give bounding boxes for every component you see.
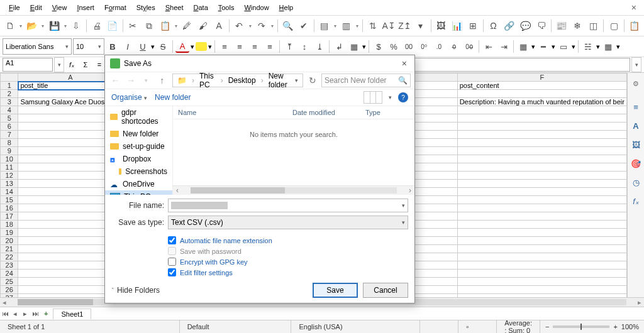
- formula-expand-icon[interactable]: ▾: [631, 57, 641, 72]
- cell[interactable]: [457, 253, 626, 261]
- col-header[interactable]: F: [457, 74, 626, 82]
- dec-remove-icon[interactable]: 0̶: [447, 40, 461, 53]
- opt-filter[interactable]: Edit filter settings: [168, 267, 408, 278]
- list-col-date[interactable]: Date modified: [287, 106, 360, 119]
- cell[interactable]: [457, 155, 626, 163]
- link-icon[interactable]: 🔗: [502, 18, 516, 33]
- cell[interactable]: [457, 245, 626, 253]
- cell[interactable]: [457, 294, 626, 298]
- menu-edit[interactable]: Edit: [25, 3, 47, 13]
- hide-folders-toggle[interactable]: ˄Hide Folders: [111, 286, 160, 295]
- cell[interactable]: [457, 114, 626, 123]
- cell[interactable]: [457, 204, 626, 212]
- breadcrumb-item[interactable]: This PC: [197, 72, 218, 89]
- border-color-icon[interactable]: ▭: [557, 40, 570, 53]
- sidebar-navigator-icon[interactable]: 🎯: [630, 157, 642, 170]
- tree-node[interactable]: ⧈Dropbox: [105, 153, 172, 165]
- list-col-name[interactable]: Name: [173, 106, 287, 119]
- file-list[interactable]: Name Date modified Type No items match y…: [173, 106, 414, 195]
- tab-last-icon[interactable]: ⏭: [30, 310, 40, 317]
- status-insert-mode[interactable]: [420, 320, 458, 333]
- valign-mid-icon[interactable]: ↕: [297, 40, 311, 53]
- menu-format[interactable]: Format: [99, 3, 131, 13]
- row-header[interactable]: 9: [1, 147, 18, 155]
- cell[interactable]: [457, 237, 626, 245]
- tree-node[interactable]: Screenshots: [105, 165, 172, 178]
- list-col-type[interactable]: Type: [360, 106, 414, 119]
- merge-icon[interactable]: ▦: [347, 40, 361, 53]
- row-header[interactable]: 27: [1, 294, 18, 298]
- opt-save-pw[interactable]: Save with password: [168, 246, 408, 256]
- tab-next-icon[interactable]: ▸: [20, 310, 30, 318]
- sidebar-functions-icon[interactable]: fₓ: [630, 195, 642, 207]
- scrollbar-thumb[interactable]: [18, 299, 93, 305]
- row-header[interactable]: 20: [1, 237, 18, 245]
- breadcrumb-item[interactable]: Desktop: [226, 76, 258, 85]
- tab-prev-icon[interactable]: ◂: [10, 310, 20, 318]
- row-header[interactable]: 1: [1, 82, 18, 90]
- save-icon[interactable]: 💾: [47, 18, 61, 33]
- menu-insert[interactable]: Insert: [72, 3, 99, 13]
- cell[interactable]: [457, 286, 626, 294]
- zoom-level[interactable]: 100%: [621, 323, 639, 330]
- save-button[interactable]: Save: [313, 283, 358, 298]
- nav-back-icon[interactable]: ←: [109, 74, 122, 87]
- status-selection-mode[interactable]: ▫: [458, 320, 497, 333]
- align-center-icon[interactable]: ≡: [233, 40, 247, 53]
- paintfmt-icon[interactable]: 🖌: [196, 18, 210, 33]
- cell-style-icon[interactable]: ▦: [601, 40, 615, 53]
- cell[interactable]: [457, 196, 626, 204]
- menu-window[interactable]: Window: [239, 3, 274, 13]
- export-icon[interactable]: ⇩: [69, 18, 84, 33]
- sheet-tab[interactable]: Sheet1: [53, 308, 91, 319]
- menu-help[interactable]: Help: [274, 3, 299, 13]
- cell[interactable]: [457, 270, 626, 278]
- dec-00-icon[interactable]: 0⁰: [417, 40, 431, 53]
- percent-icon[interactable]: %: [387, 40, 401, 53]
- cell[interactable]: [457, 261, 626, 270]
- search-input[interactable]: Search New folder 🔍: [321, 74, 411, 87]
- new-icon[interactable]: 🗋: [3, 18, 17, 33]
- dec-add-icon[interactable]: 00̶: [462, 40, 476, 53]
- bold-icon[interactable]: B: [106, 40, 119, 53]
- sidebar-styles-icon[interactable]: A: [630, 119, 642, 132]
- sortdesc-icon[interactable]: Z↥: [397, 18, 412, 33]
- cell[interactable]: [457, 172, 626, 180]
- row-header[interactable]: 7: [1, 131, 18, 139]
- cell[interactable]: post_content: [457, 82, 626, 90]
- split-icon[interactable]: ◫: [586, 18, 601, 33]
- opt-auto-ext[interactable]: Automatic file name extension: [168, 235, 408, 246]
- clone-icon[interactable]: 🖉: [180, 18, 194, 33]
- cell-ref-dropdown-icon[interactable]: ▾: [54, 57, 64, 72]
- clearfmt-icon[interactable]: A: [211, 18, 226, 33]
- preview-icon[interactable]: 📄: [105, 18, 119, 33]
- filter-icon[interactable]: ▾: [413, 18, 428, 33]
- row-header[interactable]: 19: [1, 229, 18, 237]
- equals-icon[interactable]: =: [93, 61, 106, 68]
- tree-node[interactable]: New folder: [105, 128, 172, 140]
- nav-fwd-icon[interactable]: →: [125, 74, 138, 87]
- valign-bot-icon[interactable]: ⤓: [313, 40, 326, 53]
- sidebar-properties-icon[interactable]: ≡: [630, 101, 642, 113]
- row-header[interactable]: 8: [1, 139, 18, 147]
- align-right-icon[interactable]: ≡: [248, 40, 262, 53]
- cell[interactable]: [457, 90, 626, 98]
- tree-node[interactable]: This PC: [105, 190, 172, 195]
- forms-icon[interactable]: 📋: [627, 18, 641, 33]
- row-header[interactable]: 17: [1, 212, 18, 221]
- pivot-icon[interactable]: ⊞: [465, 18, 480, 33]
- row-header[interactable]: 16: [1, 204, 18, 212]
- align-justify-icon[interactable]: ≡: [263, 40, 277, 53]
- nav-up-icon[interactable]: ↑: [155, 74, 169, 87]
- menu-tools[interactable]: Tools: [213, 3, 240, 13]
- nav-refresh-icon[interactable]: ↻: [306, 74, 319, 87]
- tab-first-icon[interactable]: ⏮: [0, 310, 10, 317]
- sidebar-gallery-icon[interactable]: 🖼: [630, 138, 642, 151]
- row-header[interactable]: 21: [1, 245, 18, 253]
- cell[interactable]: [457, 278, 626, 286]
- row-header[interactable]: 5: [1, 114, 18, 123]
- row-header[interactable]: 26: [1, 286, 18, 294]
- borders-icon[interactable]: ▦: [516, 40, 530, 53]
- valign-top-icon[interactable]: ⤒: [282, 40, 296, 53]
- headers-icon[interactable]: 📰: [554, 18, 569, 33]
